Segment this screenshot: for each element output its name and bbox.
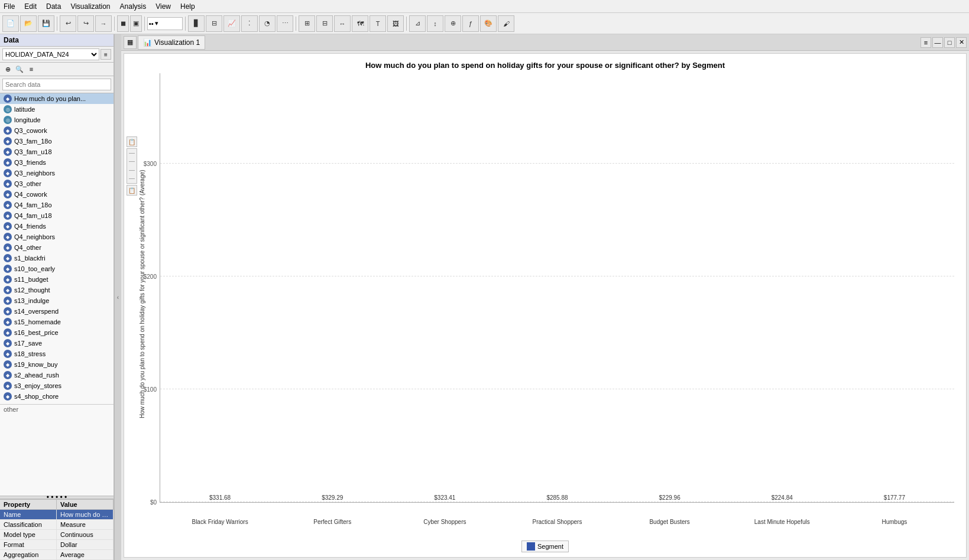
viz-tab-1[interactable]: 📊 Visualization 1 <box>138 35 205 50</box>
props-row[interactable]: FormatDollar <box>0 540 114 550</box>
field-item[interactable]: ◆Q4_neighbors <box>0 232 114 242</box>
side-drag-handle[interactable] <box>127 148 137 184</box>
field-item[interactable]: ◆s16_best_price <box>0 327 114 338</box>
save-button[interactable]: 💾 <box>38 15 54 32</box>
field-item[interactable]: ◆s2_ahead_rush <box>0 370 114 380</box>
bar-group[interactable]: $329.29 <box>278 494 386 502</box>
field-item[interactable]: ◆s11_budget <box>0 274 114 285</box>
chart-side-btn-2[interactable]: 📋 <box>127 185 137 196</box>
bar-group[interactable]: $177.77 <box>841 494 948 502</box>
field-item[interactable]: ◎latitude <box>0 104 114 115</box>
field-item[interactable]: ◆Q4_other <box>0 242 114 253</box>
dataset-filter-button[interactable]: ≡ <box>101 49 111 60</box>
field-item-label: Q4_neighbors <box>14 233 55 240</box>
chart-type-combo[interactable]: ▪▪ ▾ <box>147 17 183 30</box>
new-button[interactable]: 📄 <box>2 15 19 32</box>
field-item[interactable]: ◆Q3_fam_18o <box>0 136 114 146</box>
field-type-icon: ◆ <box>4 371 12 379</box>
field-item[interactable]: ◆s15_homemade <box>0 317 114 327</box>
props-row[interactable]: NameHow much do yo... <box>0 510 114 520</box>
undo-button[interactable]: ↩ <box>60 15 76 32</box>
menu-edit[interactable]: Edit <box>24 2 37 11</box>
field-item-label: s2_ahead_rush <box>14 372 59 379</box>
field-item[interactable]: ◆s1_blackfri <box>0 253 114 263</box>
menu-data[interactable]: Data <box>46 2 61 11</box>
field-icon-btn-3[interactable]: ≡ <box>26 64 37 74</box>
redo-button[interactable]: ↪ <box>77 15 94 32</box>
props-value-cell: Dollar <box>57 540 114 549</box>
pivot-button[interactable]: ↔ <box>334 15 351 32</box>
bar-group[interactable]: $285.88 <box>503 494 611 502</box>
field-item[interactable]: ◆Q3_friends <box>0 157 114 168</box>
close-viz-button[interactable]: ✕ <box>956 37 967 48</box>
map-button[interactable]: 🗺 <box>352 15 368 32</box>
chart-type-icon: ▪▪ <box>149 20 154 27</box>
props-row[interactable]: Model typeContinuous <box>0 530 114 540</box>
group-button[interactable]: ⊕ <box>445 15 461 32</box>
field-item[interactable]: ◆s17_save <box>0 338 114 349</box>
field-item[interactable]: ◆s13_indulge <box>0 295 114 306</box>
open-button[interactable]: 📂 <box>20 15 37 32</box>
bar-chart-button[interactable]: ▊ <box>188 15 205 32</box>
property-col-header: Property <box>0 500 57 509</box>
bar-group[interactable]: $323.41 <box>391 494 498 502</box>
field-item[interactable]: ◆Q3_cowork <box>0 125 114 136</box>
field-item[interactable]: ◆s14_overspend <box>0 306 114 317</box>
props-row[interactable]: AggregationAverage <box>0 550 114 560</box>
bar-group[interactable]: $224.84 <box>728 494 836 502</box>
field-item[interactable]: ◆Q4_fam_u18 <box>0 210 114 221</box>
bar-group[interactable]: $331.68 <box>166 494 274 502</box>
bar-group[interactable]: $229.96 <box>616 494 724 502</box>
field-icon-btn-1[interactable]: ⊕ <box>2 64 13 74</box>
field-item[interactable]: ◆How much do you plan... <box>0 93 114 104</box>
menu-help[interactable]: Help <box>180 2 195 11</box>
sort-button[interactable]: ↕ <box>427 15 443 32</box>
scatter-button[interactable]: ⁚ <box>241 15 258 32</box>
calc-button[interactable]: ƒ <box>462 15 479 32</box>
field-item[interactable]: ◆s18_stress <box>0 349 114 359</box>
image-button[interactable]: 🖼 <box>387 15 404 32</box>
add-viz-button[interactable]: ▦ <box>124 36 137 49</box>
filter-tab-button[interactable]: ≡ <box>921 37 931 48</box>
field-item[interactable]: ◆s12_thought <box>0 285 114 295</box>
layout2-button[interactable]: ▣ <box>130 15 142 32</box>
field-item-label: s11_budget <box>14 276 48 283</box>
menu-analysis[interactable]: Analysis <box>120 2 147 11</box>
cross-table-button[interactable]: ⊟ <box>316 15 333 32</box>
color-button[interactable]: 🖌 <box>498 15 514 32</box>
field-item[interactable]: ◆Q4_friends <box>0 221 114 232</box>
minimize-button[interactable]: — <box>932 37 943 48</box>
pie-button[interactable]: ◔ <box>259 15 276 32</box>
text-button[interactable]: T <box>370 15 386 32</box>
menu-visualization[interactable]: Visualization <box>70 2 110 11</box>
field-item[interactable]: ◆Q3_other <box>0 178 114 189</box>
legend-item-segment[interactable]: Segment <box>521 541 569 552</box>
chart-side-btn-1[interactable]: 📋 <box>127 136 137 147</box>
filter-button[interactable]: ⊿ <box>409 15 426 32</box>
search-input[interactable] <box>2 79 111 90</box>
dataset-select[interactable]: HOLIDAY_DATA_N24 <box>2 48 99 60</box>
line-chart-button[interactable]: 📈 <box>223 15 240 32</box>
forward-button[interactable]: → <box>95 15 112 32</box>
field-item[interactable]: ◆Q4_fam_18o <box>0 200 114 210</box>
field-item[interactable]: ◎longitude <box>0 115 114 125</box>
field-item[interactable]: ◆Q3_fam_u18 <box>0 146 114 157</box>
field-item[interactable]: ◆s3_enjoy_stores <box>0 380 114 391</box>
table-button[interactable]: ⊞ <box>299 15 315 32</box>
menu-file[interactable]: File <box>4 2 15 11</box>
field-item[interactable]: ◆s10_too_early <box>0 263 114 274</box>
restore-button[interactable]: □ <box>944 37 955 48</box>
props-row[interactable]: ClassificationMeasure <box>0 520 114 530</box>
field-item[interactable]: ◆s4_shop_chore <box>0 391 114 402</box>
layout1-button[interactable]: ◼ <box>117 15 129 32</box>
format-button[interactable]: 🎨 <box>480 15 497 32</box>
field-item[interactable]: ◆Q3_neighbors <box>0 168 114 178</box>
field-item[interactable]: ◆s19_know_buy <box>0 359 114 370</box>
stacked-bar-button[interactable]: ⊟ <box>206 15 222 32</box>
more-charts-button[interactable]: ⋯ <box>277 15 293 32</box>
field-item[interactable]: ◆Q4_cowork <box>0 189 114 200</box>
panel-collapse-handle[interactable]: ‹ <box>114 34 121 560</box>
field-item-label: How much do you plan... <box>14 95 86 102</box>
menu-view[interactable]: View <box>155 2 171 11</box>
field-icon-btn-2[interactable]: 🔍 <box>14 64 25 74</box>
